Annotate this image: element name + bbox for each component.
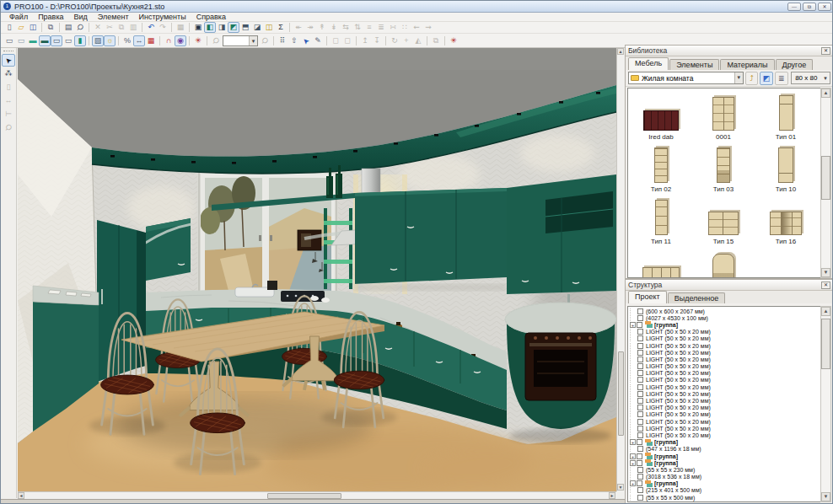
row-checkbox[interactable] (637, 308, 643, 314)
paste-button[interactable]: ▥ (127, 22, 139, 33)
list-view-button[interactable]: ≣ (775, 72, 788, 85)
scroll-down-arrow[interactable]: ▼ (821, 268, 830, 277)
structure-row[interactable]: (547 x 1196 x 18 мм) (630, 446, 820, 453)
library-scroll-thumb[interactable] (821, 156, 830, 200)
distribute-horizontal-button[interactable]: ≡ (363, 22, 375, 33)
structure-close-button[interactable]: ✕ (821, 281, 830, 289)
group-button[interactable]: ⇜ (411, 22, 422, 33)
view-perspective-button[interactable]: ◪ (251, 22, 263, 33)
display-edges-button[interactable]: ▭ (62, 35, 74, 46)
structure-row[interactable]: LIGHT (50 x 50 x 20 мм) (630, 335, 820, 342)
viewport-vertical-scrollbar[interactable]: ▲ ▼ (616, 48, 624, 491)
zoom-level-combo[interactable]: ▾ (223, 35, 258, 46)
fit-width-button[interactable]: ∺ (387, 22, 399, 33)
render-final-button[interactable]: ✳ (448, 35, 459, 46)
lighting-button[interactable]: ☼ (104, 35, 116, 46)
row-checkbox[interactable] (637, 460, 642, 466)
rotate-button[interactable]: ↻ (389, 35, 400, 46)
library-item[interactable]: Тип 20 (755, 249, 817, 278)
structure-scroll-thumb[interactable] (821, 319, 830, 369)
dropdown-arrow-icon[interactable]: ▾ (821, 75, 830, 82)
structure-row[interactable]: LIGHT (50 x 50 x 20 мм) (630, 383, 820, 390)
row-checkbox[interactable] (637, 322, 642, 328)
row-checkbox[interactable] (637, 453, 642, 459)
structure-row[interactable]: (55 x 55 x 230 мм) (630, 466, 820, 473)
row-checkbox[interactable] (637, 384, 643, 390)
view-side-button[interactable]: ◩ (228, 22, 239, 33)
cut-button[interactable]: ✂ (104, 22, 116, 33)
display-color-button[interactable]: ▬ (27, 35, 39, 46)
align-bottom-button[interactable]: ↡ (328, 22, 340, 33)
row-checkbox[interactable] (637, 467, 643, 473)
close-button[interactable]: ✕ (818, 3, 831, 11)
render-quality-button[interactable]: ◉ (175, 35, 186, 46)
render-button[interactable]: ✳ (192, 35, 204, 46)
dropdown-arrow-icon[interactable]: ▾ (249, 36, 257, 46)
structure-row[interactable]: (3018 x 536 x 18 мм) (630, 474, 820, 480)
structure-row[interactable]: (600 x 600 x 2067 мм) (630, 308, 820, 314)
display-textures-button[interactable]: ▬ (39, 35, 51, 46)
display-sketch-button[interactable]: ▭ (15, 35, 27, 46)
draw-pen-button[interactable]: ✎ (312, 35, 324, 46)
tab-materials[interactable]: Материалы (720, 59, 774, 70)
select-tool[interactable]: ➤ (2, 54, 15, 67)
expand-icon[interactable]: + (630, 480, 636, 486)
minimize-button[interactable]: — (787, 3, 801, 11)
library-item[interactable]: 0001 (692, 92, 755, 144)
row-checkbox[interactable] (637, 391, 643, 397)
expand-icon[interactable]: + (630, 322, 636, 328)
menu-item[interactable]: Правка (33, 13, 68, 21)
redo-button[interactable]: ↷ (157, 22, 169, 33)
expand-icon[interactable]: + (630, 439, 636, 445)
walk-tool[interactable]: ⁂ (2, 67, 15, 80)
dimensions-button[interactable]: ↔ (133, 35, 145, 46)
undo-button[interactable]: ↶ (145, 22, 157, 33)
structure-row[interactable]: LIGHT (50 x 50 x 20 мм) (630, 377, 820, 383)
properties-button[interactable]: ▦ (175, 22, 186, 33)
structure-row[interactable]: + [группа] (630, 453, 820, 459)
display-solid-button[interactable]: ▮ (74, 35, 86, 46)
open-file[interactable]: ▱ (15, 22, 27, 33)
display-contours-button[interactable]: ▭ (51, 35, 62, 46)
align-left-button[interactable]: ↞ (293, 22, 304, 33)
library-item[interactable]: Ired dab (630, 92, 692, 144)
structure-row[interactable]: (4027 x 4530 x 100 мм) (630, 314, 820, 321)
thumb-size-combobox[interactable]: 80 x 80 ▾ (791, 72, 830, 84)
zoom-tool[interactable]: Ϙ (2, 121, 15, 134)
structure-row[interactable]: LIGHT (50 x 50 x 20 мм) (630, 342, 820, 349)
structure-row[interactable]: LIGHT (50 x 50 x 20 мм) (630, 390, 820, 397)
structure-row[interactable]: LIGHT (50 x 50 x 20 мм) (630, 418, 820, 425)
measure-tool[interactable]: ⊢ (2, 108, 15, 121)
row-checkbox[interactable] (637, 329, 643, 335)
row-checkbox[interactable] (637, 343, 643, 349)
view-axonometry-button[interactable]: ⬒ (239, 22, 251, 33)
lower-button[interactable]: ↧ (371, 35, 383, 46)
structure-row[interactable]: LIGHT (50 x 50 x 20 мм) (630, 329, 820, 335)
row-checkbox[interactable] (637, 363, 643, 369)
row-checkbox[interactable] (637, 419, 643, 425)
row-checkbox[interactable] (637, 315, 643, 321)
structure-row[interactable]: LIGHT (50 x 50 x 20 мм) (630, 397, 820, 404)
structure-scrollbar[interactable]: ▲ ▼ (820, 306, 831, 502)
library-item[interactable]: Тип 02 (630, 144, 692, 196)
delete-button[interactable]: ✕ (92, 22, 104, 33)
library-panel-titlebar[interactable]: Библиотека ✕ (626, 46, 833, 56)
move-button[interactable]: + (400, 35, 412, 46)
copy-button[interactable]: ⧉ (116, 22, 127, 33)
row-checkbox[interactable] (637, 357, 643, 362)
view-top-button[interactable]: ◧ (204, 22, 216, 33)
library-item[interactable]: Тип 17 (630, 249, 692, 278)
structure-row[interactable]: + [группа] (630, 321, 820, 328)
structure-row[interactable]: (215 x 401 x 500 мм) (630, 487, 820, 494)
structure-row[interactable]: + [группа] (630, 480, 820, 487)
scroll-right-arrow[interactable]: ► (609, 492, 615, 499)
expand-icon[interactable]: + (630, 460, 636, 466)
library-scrollbar[interactable]: ▲ ▼ (820, 88, 831, 278)
export-button[interactable]: ⧉ (45, 22, 56, 33)
menu-item[interactable]: Файл (4, 13, 33, 21)
structure-row[interactable]: LIGHT (50 x 50 x 20 мм) (630, 370, 820, 377)
save-file[interactable]: ◫ (27, 22, 39, 33)
structure-panel-titlebar[interactable]: Структура ✕ (626, 280, 833, 291)
row-checkbox[interactable] (637, 350, 643, 356)
vertical-scroll-thumb[interactable] (618, 351, 624, 436)
